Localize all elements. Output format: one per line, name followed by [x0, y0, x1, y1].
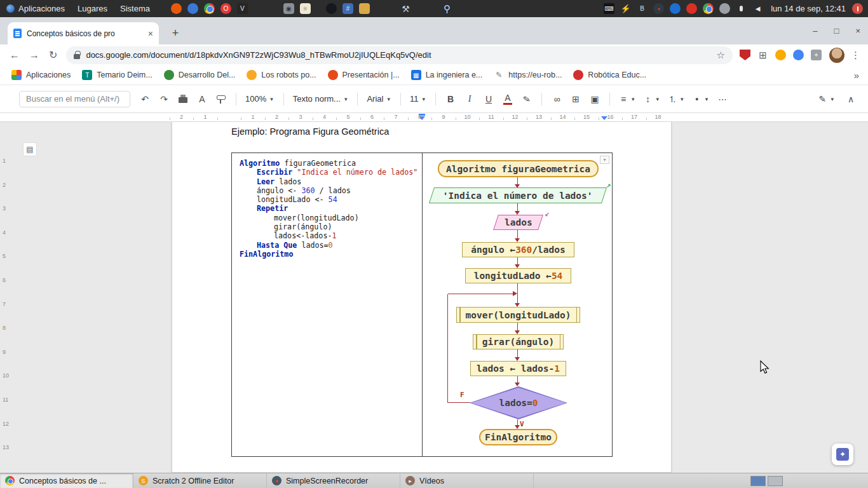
- profile-avatar[interactable]: [829, 48, 844, 63]
- bookmark-star-icon[interactable]: ☆: [717, 50, 725, 61]
- menu-sistema[interactable]: Sistema: [114, 0, 156, 17]
- bookmark-1[interactable]: TTemario Deim...: [82, 70, 153, 80]
- insert-comment-icon[interactable]: ⊞: [571, 95, 580, 104]
- minimize-button[interactable]: –: [813, 26, 817, 36]
- browser-blue-icon[interactable]: [187, 3, 198, 14]
- bookmark-5[interactable]: ▦La ingeniera e...: [411, 70, 483, 80]
- bold-button[interactable]: B: [446, 95, 455, 104]
- new-tab-button[interactable]: +: [168, 25, 183, 41]
- align-select[interactable]: ≡ ▾: [619, 95, 635, 104]
- close-button[interactable]: ×: [855, 26, 860, 36]
- output-arrow-icon: ↗: [606, 180, 611, 189]
- browser-tab[interactable]: Conceptos básicos de pro ×: [8, 22, 159, 44]
- maximize-button[interactable]: □: [834, 26, 839, 36]
- font-size-select[interactable]: 11 ▾: [410, 94, 425, 104]
- numbered-list-select[interactable]: ⒈ ▾: [668, 95, 684, 104]
- taskbar-item-1[interactable]: SScratch 2 Offline Editor: [133, 473, 267, 488]
- menu-aplicaciones[interactable]: Aplicaciones: [0, 0, 71, 17]
- bookmark-3[interactable]: Los robots po...: [247, 70, 316, 80]
- power-icon: [857, 6, 858, 11]
- spellcheck-icon[interactable]: A: [198, 95, 207, 104]
- line-spacing-select[interactable]: ↕ ▾: [644, 95, 660, 104]
- text-color-button[interactable]: A: [503, 93, 512, 105]
- workspace-2[interactable]: [768, 476, 783, 486]
- zoom-select[interactable]: 100% ▾: [245, 94, 273, 104]
- taskbar-item-2[interactable]: ●SimpleScreenRecorder: [267, 473, 400, 488]
- clock[interactable]: lun 14 de sep, 12:41: [771, 4, 846, 13]
- bluetooth-icon[interactable]: B: [637, 3, 648, 14]
- document-outline-button[interactable]: ▤: [23, 142, 37, 156]
- font-select[interactable]: Arial ▾: [367, 94, 390, 104]
- back-icon[interactable]: ←: [10, 50, 20, 61]
- bookmark-4[interactable]: Presentación |...: [328, 70, 400, 80]
- chrome-tray-icon[interactable]: [703, 3, 714, 14]
- reload-icon[interactable]: ↻: [49, 49, 57, 61]
- battery-icon[interactable]: ⚡: [620, 3, 631, 14]
- editing-mode-select[interactable]: ✎ ▾: [818, 95, 834, 104]
- insert-image-icon[interactable]: ▣: [590, 95, 599, 104]
- forward-icon[interactable]: →: [29, 50, 39, 61]
- bookmark-7[interactable]: Robótica Educ...: [573, 70, 646, 80]
- bookmark-6[interactable]: ✎https://eu-rob...: [494, 70, 562, 80]
- bookmarks-overflow-icon[interactable]: »: [854, 70, 859, 81]
- url-text[interactable]: docs.google.com/document/d/18pkdvXnGN9T2…: [86, 50, 710, 60]
- keyboard-layout-icon[interactable]: ⌨: [604, 3, 614, 14]
- browser-menu-icon[interactable]: ⋮: [851, 50, 860, 61]
- flow-call-mover-node: mover(longitudLado): [456, 307, 580, 323]
- microphone-icon[interactable]: [736, 3, 747, 14]
- more-options-icon[interactable]: ⋯: [718, 95, 727, 104]
- bookmark-2[interactable]: Desarrollo Del...: [164, 70, 236, 80]
- extension-yellow-icon[interactable]: [775, 50, 786, 60]
- chevron-down-icon: ▾: [656, 96, 660, 102]
- taskbar-item-0[interactable]: Conceptos básicos de ...: [0, 473, 133, 488]
- screenshot-tool-icon[interactable]: ◉: [283, 3, 294, 14]
- extension-grid-icon[interactable]: ⊞: [757, 50, 768, 60]
- document-page[interactable]: Ejemplo: Programa Figura Geométrica Algo…: [172, 122, 672, 473]
- vertical-ruler[interactable]: 12345678910111213: [0, 122, 10, 473]
- table-cell-menu-icon[interactable]: ▾: [600, 156, 609, 164]
- calculator-icon[interactable]: #: [342, 3, 353, 14]
- firefox-icon[interactable]: [171, 3, 182, 14]
- ruler-number: 1: [251, 114, 254, 120]
- insert-link-icon[interactable]: ∞: [552, 95, 561, 104]
- app-red-tray-icon[interactable]: [686, 3, 697, 14]
- recorder-tray-icon[interactable]: ●: [653, 3, 664, 14]
- app-blue-tray-icon[interactable]: [670, 3, 681, 14]
- extension-shield-icon[interactable]: [740, 50, 750, 60]
- redo-icon[interactable]: ↷: [159, 95, 168, 104]
- opera-icon[interactable]: O: [220, 3, 231, 14]
- explore-button[interactable]: ✦: [832, 444, 853, 465]
- ruler-number: 17: [631, 114, 637, 120]
- lock-icon[interactable]: [74, 54, 80, 59]
- file-manager-icon[interactable]: [359, 3, 370, 14]
- tab-close-icon[interactable]: ×: [148, 29, 153, 38]
- vivaldi-icon[interactable]: V: [237, 3, 248, 14]
- notes-icon[interactable]: ≡: [300, 3, 311, 14]
- bookmark-0[interactable]: Aplicaciones: [11, 70, 71, 80]
- collapse-toolbar-icon[interactable]: ∧: [846, 95, 855, 104]
- workspace-1[interactable]: [750, 476, 766, 486]
- styles-select[interactable]: Texto norm... ▾: [293, 94, 348, 104]
- search-icon[interactable]: ⚲: [442, 3, 452, 14]
- paint-format-icon[interactable]: [217, 95, 226, 100]
- chrome-launcher-icon[interactable]: [204, 3, 215, 14]
- extension-blue-icon[interactable]: [793, 50, 804, 60]
- address-bar[interactable]: docs.google.com/document/d/18pkdvXnGN9T2…: [66, 46, 733, 64]
- v-ruler-number: 11: [3, 396, 8, 403]
- undo-icon[interactable]: ↶: [140, 95, 149, 104]
- horizontal-ruler[interactable]: 21123456789101112131415161718: [0, 113, 868, 122]
- power-button[interactable]: [852, 3, 863, 14]
- menu-search-input[interactable]: [19, 91, 130, 107]
- dark-app-icon[interactable]: [326, 3, 337, 14]
- menu-lugares[interactable]: Lugares: [71, 0, 114, 17]
- app-gray-tray-icon[interactable]: [719, 3, 730, 14]
- volume-icon[interactable]: ◀: [752, 3, 763, 14]
- extensions-puzzle-icon[interactable]: +: [811, 50, 822, 60]
- tools-icon[interactable]: ⚒: [400, 3, 411, 14]
- italic-button[interactable]: I: [465, 95, 474, 104]
- underline-button[interactable]: U: [484, 95, 493, 104]
- print-icon[interactable]: [179, 97, 187, 103]
- taskbar-item-3[interactable]: ▸Vídeos: [400, 473, 534, 488]
- bulleted-list-select[interactable]: • ▾: [693, 95, 709, 104]
- highlight-button[interactable]: ✎: [522, 93, 532, 104]
